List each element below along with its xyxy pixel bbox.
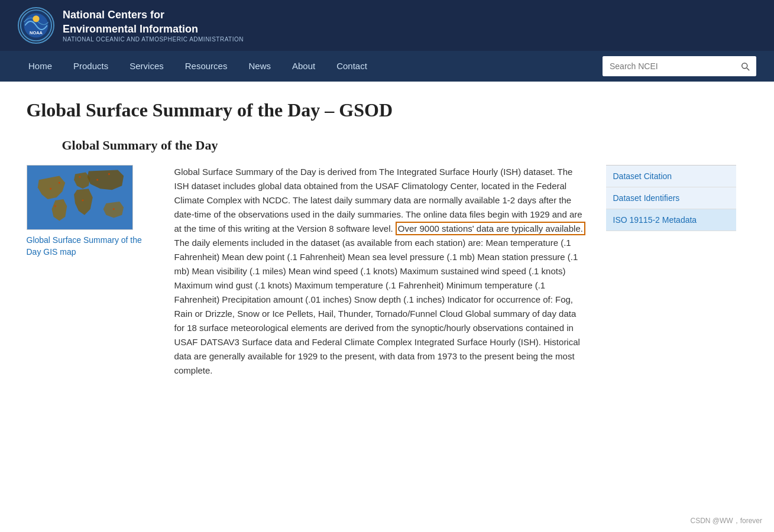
svg-point-11 [108, 173, 109, 175]
nav-link-resources[interactable]: Resources [174, 51, 238, 82]
highlighted-text: Over 9000 stations' data are typically a… [396, 222, 585, 235]
search-button[interactable] [734, 56, 756, 76]
sidebar-link-metadata[interactable]: ISO 19115-2 Metadata [606, 209, 736, 231]
nav-item-services[interactable]: Services [119, 51, 174, 82]
map-image [27, 165, 133, 230]
body-text-part2: The daily elements included in the datas… [174, 238, 580, 375]
nav-link-services[interactable]: Services [119, 51, 174, 82]
search-input[interactable] [603, 56, 734, 76]
main-content: Global Surface Summary of the Day – GSOD… [9, 82, 766, 401]
noaa-logo: NOAA [18, 7, 54, 44]
svg-point-2 [33, 15, 39, 22]
nav-link-home[interactable]: Home [18, 51, 63, 82]
svg-point-8 [79, 176, 80, 178]
right-panel: Dataset Citation Dataset Identifiers ISO… [606, 165, 736, 378]
map-link[interactable]: Global Surface Summary of the Day GIS ma… [27, 235, 157, 258]
logo-area: NOAA National Centers for Environmental … [18, 7, 244, 44]
search-area[interactable] [603, 56, 756, 76]
left-panel: Global Surface Summary of the Day GIS ma… [27, 165, 157, 378]
svg-point-5 [50, 188, 51, 190]
sidebar-link-identifiers[interactable]: Dataset Identifiers [606, 187, 736, 209]
nav-link-news[interactable]: News [238, 51, 281, 82]
content-area: Global Surface Summary of the Day GIS ma… [27, 165, 748, 378]
body-text: Global Surface Summary of the Day is der… [174, 165, 588, 378]
sidebar-item-metadata[interactable]: ISO 19115-2 Metadata [606, 209, 736, 231]
sidebar-link-citation[interactable]: Dataset Citation [606, 166, 736, 187]
main-navbar: Home Products Services Resources News Ab… [0, 51, 774, 82]
nav-item-home[interactable]: Home [18, 51, 63, 82]
section-title: Global Summary of the Day [27, 138, 748, 153]
svg-point-9 [82, 199, 83, 201]
org-subtitle: NATIONAL OCEANIC AND ATMOSPHERIC ADMINIS… [63, 36, 244, 43]
org-name: National Centers for Environmental Infor… [63, 8, 244, 43]
nav-link-products[interactable]: Products [63, 51, 119, 82]
sidebar-item-citation[interactable]: Dataset Citation [606, 166, 736, 187]
nav-link-about[interactable]: About [281, 51, 326, 82]
nav-item-news[interactable]: News [238, 51, 281, 82]
org-line2: Environmental Information [63, 23, 198, 35]
site-header: NOAA National Centers for Environmental … [0, 0, 774, 51]
svg-point-7 [54, 205, 56, 207]
nav-item-resources[interactable]: Resources [174, 51, 238, 82]
nav-links: Home Products Services Resources News Ab… [18, 51, 378, 82]
page-title: Global Surface Summary of the Day – GSOD [27, 99, 748, 121]
nav-link-contact[interactable]: Contact [326, 51, 378, 82]
org-line1: National Centers for [63, 9, 164, 21]
nav-item-about[interactable]: About [281, 51, 326, 82]
nav-item-contact[interactable]: Contact [326, 51, 378, 82]
svg-point-6 [58, 182, 60, 184]
svg-point-10 [96, 179, 98, 181]
nav-item-products[interactable]: Products [63, 51, 119, 82]
sidebar-item-identifiers[interactable]: Dataset Identifiers [606, 187, 736, 209]
svg-text:NOAA: NOAA [30, 30, 43, 35]
search-icon [740, 61, 750, 72]
svg-point-12 [112, 208, 114, 210]
sidebar-links: Dataset Citation Dataset Identifiers ISO… [606, 165, 736, 231]
center-panel: Global Surface Summary of the Day is der… [174, 165, 588, 378]
